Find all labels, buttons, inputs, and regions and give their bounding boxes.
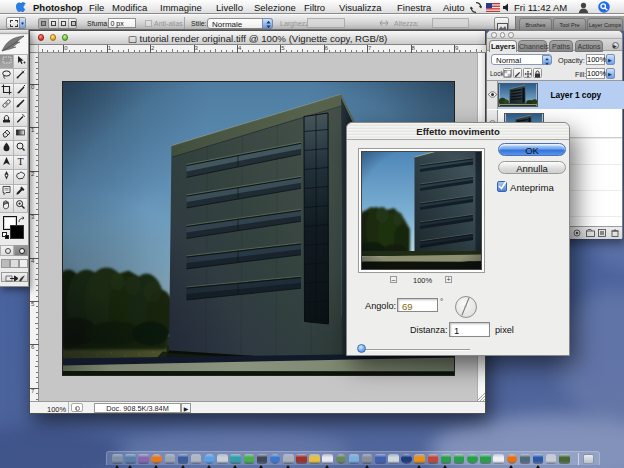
svg-text:T: T: [17, 156, 23, 167]
